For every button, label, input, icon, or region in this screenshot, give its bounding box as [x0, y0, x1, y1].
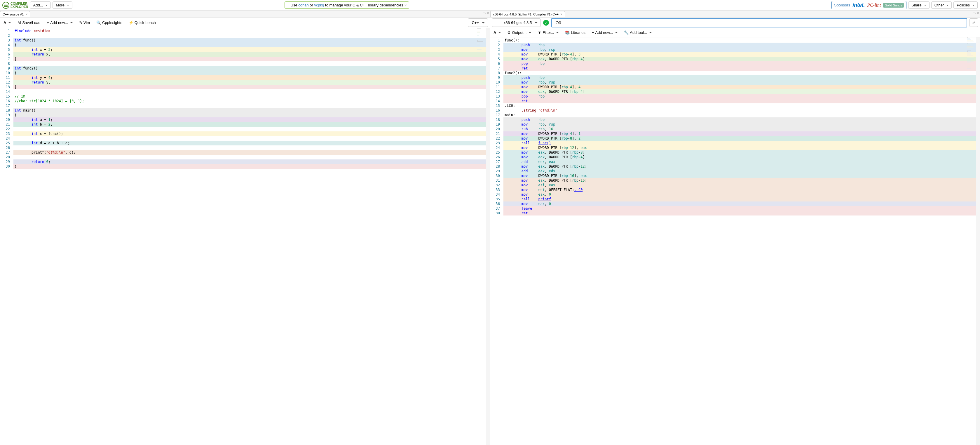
code-line[interactable]: }: [13, 85, 490, 89]
code-line[interactable]: mov esi, eax: [503, 183, 980, 187]
code-line[interactable]: int x = 3;: [13, 47, 490, 52]
source-code[interactable]: #include <cstdio>int func(){ int x = 3; …: [13, 28, 490, 445]
compiler-tab[interactable]: x86-64 gcc 4.8.5 (Editor #1, Compiler #1…: [490, 11, 565, 17]
add-button[interactable]: Add...: [30, 2, 51, 9]
quickbench-button[interactable]: ⚡Quick-bench: [127, 19, 158, 26]
code-line[interactable]: {: [13, 113, 490, 117]
close-pane-icon[interactable]: ×: [487, 11, 489, 15]
code-line[interactable]: {: [13, 43, 490, 47]
font-button[interactable]: A: [492, 29, 503, 36]
scrollbar-vertical[interactable]: [976, 37, 980, 445]
code-line[interactable]: mov edi, OFFSET FLAT:.LC0: [503, 187, 980, 192]
code-line[interactable]: add edx, eax: [503, 159, 980, 164]
code-line[interactable]: push rbp: [503, 75, 980, 80]
code-line[interactable]: int c = func();: [13, 131, 490, 136]
source-tab[interactable]: C++ source #1 ×: [0, 11, 30, 17]
saveload-button[interactable]: 🖫Save/Load: [16, 19, 42, 26]
code-line[interactable]: pop rbp: [503, 94, 980, 99]
conan-link[interactable]: conan: [298, 3, 309, 7]
code-line[interactable]: [13, 127, 490, 131]
language-select[interactable]: C++: [468, 18, 488, 27]
code-line[interactable]: func2():: [503, 71, 980, 75]
code-line[interactable]: main:: [503, 113, 980, 117]
code-line[interactable]: // 1M: [13, 94, 490, 99]
code-line[interactable]: mov DWORD PTR [rbp-4], 3: [503, 52, 980, 57]
code-line[interactable]: //char str[1024 * 1024] = {0, 1};: [13, 99, 490, 104]
font-button[interactable]: A: [2, 19, 13, 26]
close-pane-icon[interactable]: ×: [977, 11, 979, 15]
code-line[interactable]: }: [13, 57, 490, 61]
code-line[interactable]: int func(): [13, 38, 490, 43]
code-line[interactable]: func():: [503, 38, 980, 43]
code-line[interactable]: [13, 89, 490, 94]
more-button[interactable]: More: [52, 2, 72, 9]
banner-close-icon[interactable]: ×: [404, 3, 407, 7]
code-line[interactable]: mov DWORD PTR [rbp-4], 1: [503, 131, 980, 136]
addtool-button[interactable]: 🔧Add tool...: [622, 29, 654, 36]
code-line[interactable]: {: [13, 71, 490, 75]
code-line[interactable]: return x;: [13, 52, 490, 57]
code-line[interactable]: mov eax, 0: [503, 201, 980, 206]
code-line[interactable]: [13, 33, 490, 38]
cppinsights-button[interactable]: 🔍CppInsights: [95, 19, 124, 26]
libraries-button[interactable]: 📚Libraries: [563, 29, 587, 36]
maximize-icon[interactable]: ▭: [482, 11, 485, 15]
code-line[interactable]: .string "d(%d)\n": [503, 108, 980, 113]
code-line[interactable]: mov DWORD PTR [rbp-16], eax: [503, 174, 980, 178]
asm-editor[interactable]: 1234567891011121314151617181920212223242…: [490, 37, 980, 445]
code-line[interactable]: return 0;: [13, 159, 490, 164]
maximize-icon[interactable]: ▭: [972, 11, 975, 15]
code-line[interactable]: mov DWORD PTR [rbp-12], eax: [503, 145, 980, 150]
code-line[interactable]: [13, 145, 490, 150]
code-line[interactable]: mov eax, 0: [503, 192, 980, 197]
code-line[interactable]: mov DWORD PTR [rbp-4], 4: [503, 85, 980, 89]
filter-button[interactable]: ▼Filter...: [536, 29, 560, 36]
code-line[interactable]: int a = 1;: [13, 117, 490, 122]
output-button[interactable]: ⚙Output...: [506, 29, 533, 36]
compiler-select[interactable]: x86-64 gcc 4.8.5: [492, 18, 541, 27]
code-line[interactable]: int func2(): [13, 66, 490, 71]
minimap[interactable]: [477, 28, 485, 445]
code-line[interactable]: call func(): [503, 141, 980, 145]
code-line[interactable]: ret: [503, 99, 980, 104]
code-line[interactable]: add eax, edx: [503, 169, 980, 174]
addnew-button[interactable]: +Add new...: [590, 29, 619, 36]
code-line[interactable]: mov edx, DWORD PTR [rbp-4]: [503, 155, 980, 159]
code-line[interactable]: mov eax, DWORD PTR [rbp-4]: [503, 57, 980, 61]
code-line[interactable]: call printf: [503, 197, 980, 201]
code-line[interactable]: int b = 2;: [13, 122, 490, 127]
asm-code[interactable]: func(): push rbp mov rbp, rsp mov DWORD …: [503, 37, 980, 445]
code-line[interactable]: int y = 4;: [13, 75, 490, 80]
code-line[interactable]: mov rbp, rsp: [503, 122, 980, 127]
code-line[interactable]: printf("d(%d)\n", d);: [13, 150, 490, 155]
flags-expand-icon[interactable]: ⤢: [969, 18, 978, 27]
source-editor[interactable]: 1234567891011121314151617181920212223242…: [0, 28, 490, 445]
share-button[interactable]: Share: [908, 2, 929, 9]
code-line[interactable]: mov rbp, rsp: [503, 47, 980, 52]
policies-button[interactable]: Policies: [953, 2, 978, 9]
code-line[interactable]: push rbp: [503, 117, 980, 122]
code-line[interactable]: mov eax, DWORD PTR [rbp-4]: [503, 89, 980, 94]
code-line[interactable]: sub rsp, 16: [503, 127, 980, 131]
code-line[interactable]: ret: [503, 211, 980, 215]
addnew-button[interactable]: +Add new...: [45, 19, 75, 26]
close-icon[interactable]: ×: [25, 12, 27, 16]
vim-button[interactable]: ✎Vim: [77, 19, 92, 26]
scrollbar-vertical[interactable]: [486, 28, 490, 445]
code-line[interactable]: mov rbp, rsp: [503, 80, 980, 85]
code-line[interactable]: }: [13, 164, 490, 169]
close-icon[interactable]: ×: [560, 12, 562, 16]
code-line[interactable]: mov eax, DWORD PTR [rbp-12]: [503, 164, 980, 169]
vcpkg-link[interactable]: vcpkg: [314, 3, 324, 7]
code-line[interactable]: pop rbp: [503, 61, 980, 66]
sponsors-box[interactable]: Sponsors intel. PC-lint Solid Sands: [832, 1, 907, 10]
code-line[interactable]: ret: [503, 66, 980, 71]
code-line[interactable]: mov eax, DWORD PTR [rbp-8]: [503, 150, 980, 155]
minimap[interactable]: [967, 37, 975, 445]
code-line[interactable]: int d = a + b + c;: [13, 141, 490, 145]
code-line[interactable]: push rbp: [503, 43, 980, 47]
code-line[interactable]: mov DWORD PTR [rbp-8], 2: [503, 136, 980, 141]
compiler-flags-input[interactable]: [551, 18, 967, 27]
code-line[interactable]: #include <cstdio>: [13, 29, 490, 33]
code-line[interactable]: mov eax, DWORD PTR [rbp-16]: [503, 178, 980, 183]
